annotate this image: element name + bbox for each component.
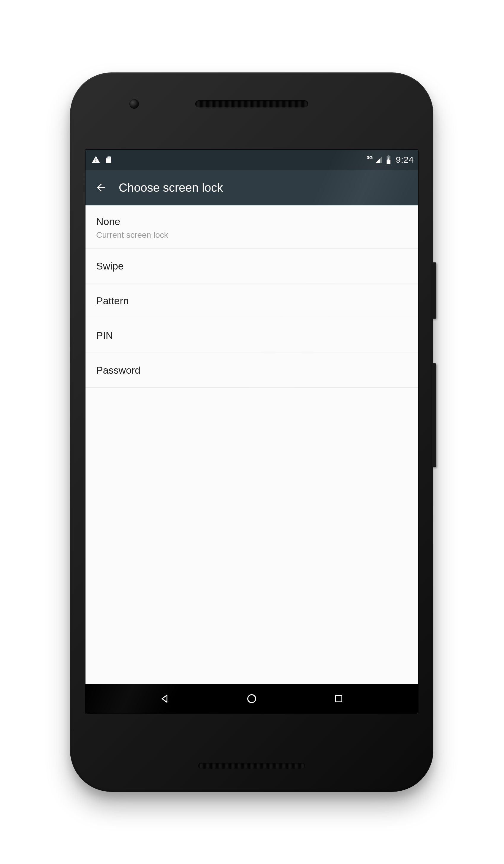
lock-option-title: Swipe <box>96 260 407 273</box>
status-clock: 9:24 <box>396 155 414 165</box>
nav-home-button[interactable] <box>243 690 261 708</box>
lock-option-swipe[interactable]: Swipe <box>85 249 418 284</box>
status-bar: 3G 9:24 <box>85 149 418 170</box>
network-type-label: 3G <box>367 155 373 160</box>
nav-back-button[interactable] <box>156 690 173 708</box>
cellular-signal-icon <box>375 156 383 164</box>
lock-option-title: None <box>96 215 407 228</box>
arrow-back-icon <box>95 182 107 193</box>
lock-option-title: Password <box>96 363 407 377</box>
earpiece-grille <box>195 100 308 107</box>
lock-options-list: None Current screen lock Swipe Pattern P… <box>85 205 418 684</box>
page-title: Choose screen lock <box>119 181 223 194</box>
triangle-back-icon <box>159 693 170 704</box>
front-camera <box>129 99 139 109</box>
device-power-button <box>432 262 436 319</box>
bottom-speaker-grille <box>198 763 305 769</box>
lock-option-subtitle: Current screen lock <box>96 230 407 240</box>
nav-recents-button[interactable] <box>330 690 348 708</box>
svg-rect-1 <box>336 695 342 701</box>
square-recents-icon <box>334 694 344 704</box>
navigation-bar <box>85 684 418 713</box>
app-bar: Choose screen lock <box>85 170 418 205</box>
lock-option-password[interactable]: Password <box>85 353 418 388</box>
lock-option-pattern[interactable]: Pattern <box>85 284 418 318</box>
screen: 3G 9:24 Choose screen lock <box>85 149 418 713</box>
svg-point-0 <box>248 695 256 703</box>
circle-home-icon <box>246 693 257 705</box>
sd-card-icon <box>105 155 112 164</box>
lock-option-title: PIN <box>96 329 407 342</box>
lock-option-title: Pattern <box>96 294 407 307</box>
phone-frame: 3G 9:24 Choose screen lock <box>70 72 433 792</box>
lock-option-pin[interactable]: PIN <box>85 318 418 353</box>
battery-icon <box>386 155 391 164</box>
device-volume-rocker <box>432 363 436 467</box>
back-button[interactable] <box>94 180 108 195</box>
lock-option-none[interactable]: None Current screen lock <box>85 205 418 249</box>
warning-icon <box>92 155 100 164</box>
